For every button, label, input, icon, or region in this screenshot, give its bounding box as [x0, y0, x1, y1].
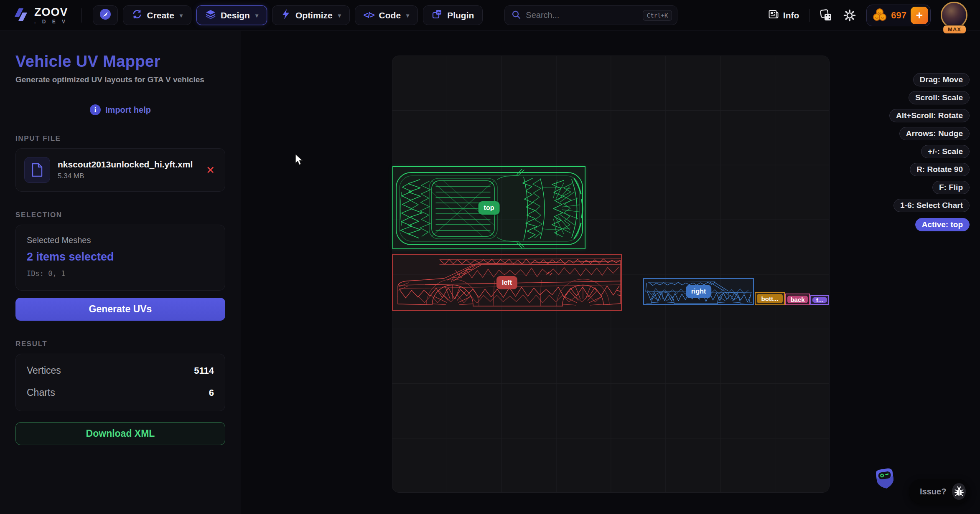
- chart-label-front[interactable]: f...: [812, 297, 827, 303]
- compass-icon: [99, 8, 112, 23]
- nav-divider: [809, 9, 809, 22]
- brand-name: ZOOV: [34, 7, 68, 18]
- bug-icon: [952, 483, 966, 500]
- plan-badge: MAX: [942, 25, 967, 34]
- brand-logo[interactable]: ZOOV . D E V: [12, 5, 68, 25]
- nav-item-optimize-label: Optimize: [295, 10, 333, 20]
- chevron-down-icon: ▾: [338, 12, 341, 19]
- document-icon: [31, 163, 43, 177]
- search-icon: [512, 10, 521, 21]
- selection-ids: IDs: 0, 1: [27, 269, 214, 278]
- selection-card: Selected Meshes 2 items selected IDs: 0,…: [15, 225, 225, 291]
- input-file-card: nkscout2013unlocked_hi.yft.xml 5.34 MB ✕: [15, 148, 225, 192]
- layers-icon: [205, 9, 216, 22]
- generate-uvs-button[interactable]: Generate UVs: [15, 298, 225, 321]
- nav-item-create[interactable]: Create ▾: [123, 5, 191, 25]
- uv-chart-front[interactable]: f...: [810, 295, 829, 305]
- add-credits-button[interactable]: +: [911, 7, 928, 24]
- workspace: top: [241, 31, 980, 514]
- chevron-down-icon: ▾: [255, 12, 258, 19]
- mouse-cursor: [295, 154, 305, 168]
- uv-chart-bottom[interactable]: bott...: [755, 292, 785, 305]
- chart-label-bottom[interactable]: bott...: [757, 294, 783, 303]
- search-bar[interactable]: Ctrl+K: [504, 5, 677, 25]
- main-layout: Vehicle UV Mapper Generate optimized UV …: [0, 31, 980, 514]
- uv-chart-top[interactable]: top: [392, 166, 585, 249]
- coins-icon: [873, 8, 887, 23]
- robot-icon: [873, 467, 897, 492]
- top-nav: ZOOV . D E V Create ▾: [0, 0, 980, 31]
- chevron-down-icon: ▾: [180, 12, 183, 19]
- section-input-file: INPUT FILE: [15, 134, 225, 143]
- hint-plus-minus: +/-: Scale: [921, 145, 970, 158]
- chart-label-back[interactable]: back: [787, 296, 808, 303]
- plugin-icon: [432, 9, 443, 22]
- search-input[interactable]: [526, 10, 637, 20]
- file-size: 5.34 MB: [58, 172, 193, 180]
- info-circle-icon: i: [90, 104, 101, 115]
- uv-chart-left[interactable]: left: [392, 254, 622, 311]
- result-value: 6: [209, 387, 214, 398]
- report-issue-button[interactable]: Issue?: [909, 479, 970, 504]
- chart-label-left[interactable]: left: [496, 276, 517, 289]
- chart-label-top[interactable]: top: [479, 201, 500, 215]
- selection-count: 2 items selected: [27, 251, 214, 263]
- info-button[interactable]: Info: [768, 9, 799, 22]
- import-help-label: Import help: [105, 105, 151, 115]
- info-label: Info: [783, 10, 799, 20]
- file-name: nkscout2013unlocked_hi.yft.xml: [58, 160, 193, 170]
- nav-item-code[interactable]: </> Code ▾: [355, 5, 418, 25]
- uv-canvas[interactable]: top: [392, 56, 830, 493]
- uv-chart-back[interactable]: back: [785, 294, 810, 305]
- nav-item-design[interactable]: Design ▾: [196, 5, 267, 25]
- sync-icon: [132, 9, 143, 22]
- credits-count: 697: [891, 10, 906, 21]
- shortcut-hints: Drag: Move Scroll: Scale Alt+Scroll: Rot…: [889, 73, 970, 231]
- brand-tld: . D E V: [34, 19, 68, 24]
- import-help-link[interactable]: i Import help: [15, 104, 225, 115]
- active-chart-badge: Active: top: [915, 218, 970, 231]
- nav-divider: [81, 8, 82, 23]
- nav-item-optimize[interactable]: Optimize ▾: [272, 5, 350, 25]
- news-icon: [768, 9, 779, 22]
- hint-rotate: R: Rotate 90: [910, 163, 970, 176]
- nav-item-create-label: Create: [147, 10, 174, 20]
- dice-button[interactable]: [820, 9, 833, 22]
- section-result: RESULT: [15, 340, 225, 348]
- chart-label-right[interactable]: right: [686, 285, 712, 298]
- result-value: 5114: [194, 365, 214, 376]
- nav-item-code-label: Code: [379, 10, 401, 20]
- file-tile: [24, 157, 50, 183]
- result-label: Vertices: [27, 365, 61, 376]
- download-xml-button[interactable]: Download XML: [15, 422, 225, 445]
- nav-item-plugin-label: Plugin: [447, 10, 474, 20]
- hint-select-chart: 1-6: Select Chart: [893, 199, 970, 212]
- code-icon: </>: [364, 10, 374, 20]
- search-shortcut-kbd: Ctrl+K: [643, 10, 672, 21]
- hint-alt-scroll: Alt+Scroll: Rotate: [889, 109, 970, 122]
- result-row: Charts 6: [27, 387, 214, 398]
- nav-right-cluster: Info: [768, 2, 968, 29]
- chevron-down-icon: ▾: [406, 12, 409, 19]
- hint-drag: Drag: Move: [913, 73, 970, 86]
- credits-pill[interactable]: 697 +: [866, 5, 931, 26]
- compass-button[interactable]: [93, 5, 118, 25]
- assistant-robot-button[interactable]: [873, 467, 897, 492]
- lightning-icon: [281, 9, 291, 22]
- result-card: Vertices 5114 Charts 6: [15, 354, 225, 411]
- nav-item-design-label: Design: [221, 10, 250, 20]
- hint-arrows: Arrows: Nudge: [899, 127, 970, 140]
- page-subtitle: Generate optimized UV layouts for GTA V …: [15, 75, 225, 84]
- hint-scroll: Scroll: Scale: [909, 91, 970, 104]
- result-row: Vertices 5114: [27, 365, 214, 376]
- account-area: MAX: [941, 2, 968, 29]
- uv-chart-right[interactable]: right: [643, 278, 754, 305]
- hint-flip: F: Flip: [932, 181, 970, 194]
- result-label: Charts: [27, 387, 55, 398]
- logo-mark-icon: [12, 5, 30, 25]
- section-selection: SELECTION: [15, 211, 225, 219]
- issue-label: Issue?: [920, 487, 946, 496]
- nav-item-plugin[interactable]: Plugin: [423, 5, 483, 25]
- remove-file-button[interactable]: ✕: [204, 162, 216, 178]
- gear-button[interactable]: [843, 9, 856, 22]
